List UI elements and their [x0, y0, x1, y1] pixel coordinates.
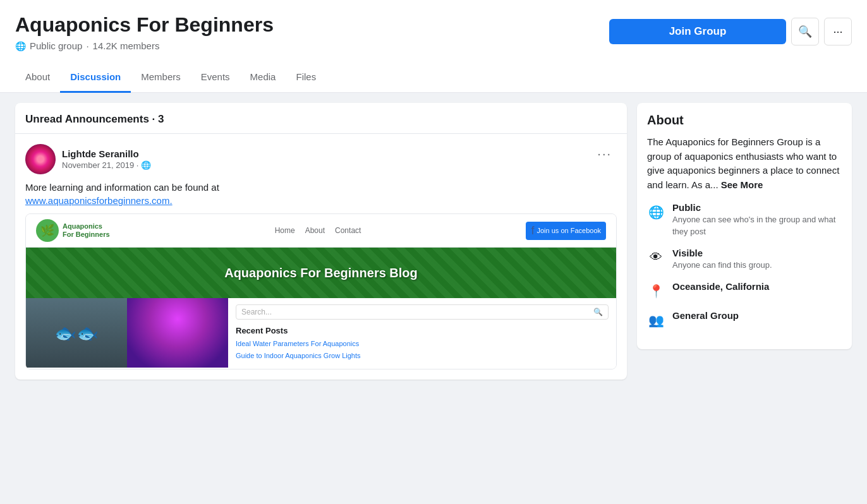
member-count: 14.2K members: [93, 40, 160, 51]
globe-icon: 🌐: [647, 203, 665, 221]
recent-post-2[interactable]: Guide to Indoor Aquaponics Grow Lights: [236, 351, 609, 360]
blog-banner-text: Aquaponics For Beginners Blog: [212, 253, 430, 293]
header-actions: Join Group 🔍 ···: [609, 18, 852, 45]
about-item-group-type: 👥 General Group: [647, 310, 842, 329]
author-name: Lightde Seranillo: [62, 148, 151, 159]
join-group-button[interactable]: Join Group: [609, 19, 786, 44]
public-title: Public: [672, 202, 842, 213]
fish-image: 🐟🐟: [26, 298, 127, 368]
group-type: Public group: [30, 40, 82, 51]
post-item: Lightde Seranillo November 21, 2019 · 🌐 …: [15, 134, 627, 380]
announcements-header: Unread Announcements · 3: [15, 103, 627, 134]
tab-files[interactable]: Files: [286, 63, 326, 93]
tab-members[interactable]: Members: [131, 63, 191, 93]
blog-content-row: 🐟🐟 Search... 🔍 Recent Posts Ideal Water …: [26, 298, 616, 369]
author-details: Lightde Seranillo November 21, 2019 · 🌐: [62, 148, 151, 170]
tab-discussion[interactable]: Discussion: [60, 63, 131, 93]
about-card: About The Aquaponics for Beginners Group…: [637, 103, 852, 349]
tab-events[interactable]: Events: [191, 63, 240, 93]
recent-post-1[interactable]: Ideal Water Parameters For Aquaponics: [236, 339, 609, 348]
eye-icon: 👁: [647, 249, 665, 267]
avatar: [25, 144, 56, 174]
group-title: Aquaponics For Beginners: [15, 13, 274, 37]
avatar-image: [25, 144, 56, 174]
website-nav: 🌿 Aquaponics For Beginners Home About Co…: [26, 214, 616, 248]
fb-join-button[interactable]: f Join us on Facebook: [526, 222, 606, 240]
group-icon: 👥: [647, 311, 665, 329]
public-desc: Anyone can see who's in the group and wh…: [672, 214, 842, 237]
right-column: About The Aquaponics for Beginners Group…: [637, 103, 852, 380]
visible-desc: Anyone can find this group.: [672, 260, 772, 271]
tab-about[interactable]: About: [15, 63, 60, 93]
logo-icon: 🌿: [36, 219, 59, 242]
about-description: The Aquaponics for Beginners Group is a …: [647, 135, 842, 192]
purple-light-image: [127, 298, 228, 368]
search-button[interactable]: 🔍: [791, 18, 819, 45]
location-title: Oceanside, California: [672, 281, 769, 292]
globe-icon-small: 🌐: [15, 41, 26, 51]
group-info: Aquaponics For Beginners 🌐 Public group …: [15, 13, 274, 51]
post-date: November 21, 2019 · 🌐: [62, 160, 151, 170]
dot-separator: ·: [86, 40, 88, 51]
about-panel-title: About: [647, 113, 842, 128]
about-item-visible: 👁 Visible Anyone can find this group.: [647, 248, 842, 271]
about-item-public: 🌐 Public Anyone can see who's in the gro…: [647, 202, 842, 237]
location-icon: 📍: [647, 282, 665, 300]
announcements-card: Unread Announcements · 3 Lightde Seranil…: [15, 103, 627, 380]
post-more-button[interactable]: ···: [592, 144, 617, 164]
post-link[interactable]: www.aquaponicsforbeginners.com.: [25, 195, 173, 206]
about-item-location: 📍 Oceanside, California: [647, 281, 842, 300]
search-icon: 🔍: [593, 308, 603, 316]
site-nav-links: Home About Contact: [275, 226, 361, 235]
blog-sidebar: Search... 🔍 Recent Posts Ideal Water Par…: [228, 298, 616, 369]
more-options-button[interactable]: ···: [824, 18, 852, 45]
visible-title: Visible: [672, 248, 772, 258]
more-icon: ···: [833, 25, 842, 39]
group-type-title: General Group: [672, 310, 739, 321]
website-preview[interactable]: 🌿 Aquaponics For Beginners Home About Co…: [25, 213, 617, 369]
see-more-button[interactable]: See More: [721, 179, 763, 190]
site-logo: 🌿 Aquaponics For Beginners: [36, 219, 110, 242]
recent-posts-title: Recent Posts: [236, 326, 609, 335]
post-author-info: Lightde Seranillo November 21, 2019 · 🌐: [25, 144, 151, 174]
tab-media[interactable]: Media: [240, 63, 286, 93]
left-column: Unread Announcements · 3 Lightde Seranil…: [15, 103, 627, 380]
group-navigation: About Discussion Members Events Media Fi…: [15, 63, 852, 92]
post-content: More learning and information can be fou…: [25, 181, 617, 207]
search-icon: 🔍: [798, 25, 812, 39]
logo-text: Aquaponics For Beginners: [63, 222, 110, 239]
blog-search[interactable]: Search... 🔍: [236, 304, 609, 320]
blog-banner: Aquaponics For Beginners Blog: [26, 248, 616, 298]
